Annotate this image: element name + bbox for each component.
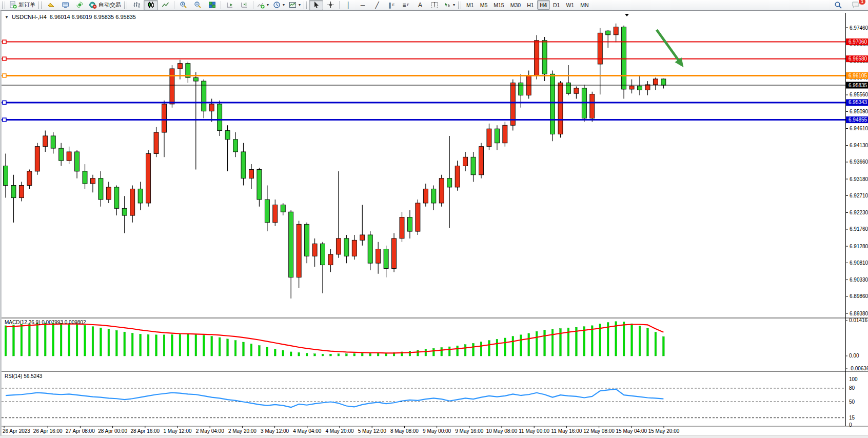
horizontal-line-6.97060[interactable]: [2, 40, 845, 44]
bar-chart-mode-button[interactable]: [129, 0, 144, 10]
svg-text:15: 15: [849, 415, 855, 421]
text-label-tool-button[interactable]: T: [427, 0, 442, 10]
rsi-indicator-label: RSI(14) 56.5243: [5, 373, 42, 379]
svg-text:6.93660: 6.93660: [850, 159, 868, 165]
strategy-tester-button[interactable]: [72, 0, 87, 10]
trendline-tool-button[interactable]: ╱: [370, 0, 384, 10]
period-button-m15[interactable]: M15: [490, 0, 507, 10]
price-axis[interactable]: 6.974606.969906.965106.960406.955606.950…: [845, 25, 868, 316]
chart-ohlc-readout: 6.96014 6.96019 6.95835 6.95835: [50, 14, 136, 20]
toolbar-grip: [304, 2, 307, 9]
macd-signal-line: [6, 324, 663, 353]
crosshair-icon: [327, 1, 334, 9]
period-button-w1[interactable]: W1: [563, 0, 577, 10]
zoom-out-icon: [194, 1, 202, 9]
candlestick-icon: [147, 1, 155, 9]
zoom-out-button[interactable]: [190, 0, 205, 10]
vertical-line-tool-button[interactable]: │: [341, 0, 356, 10]
indicators-button[interactable]: ▾: [255, 0, 271, 10]
svg-text:26 Apr 16:00: 26 Apr 16:00: [33, 428, 63, 434]
period-button-m1[interactable]: M1: [463, 0, 477, 10]
terminal-button[interactable]: [58, 0, 72, 10]
autotrading-label: 自动交易: [98, 1, 121, 9]
horizontal-line-6.96105[interactable]: [2, 74, 845, 77]
toolbar-grip: [38, 2, 42, 9]
time-axis[interactable]: 26 Apr 202326 Apr 16:0027 Apr 08:0028 Ap…: [3, 426, 680, 434]
horizontal-line-icon: ─: [361, 2, 365, 8]
svg-text:6.96580: 6.96580: [849, 56, 867, 62]
svg-text:6.95560: 6.95560: [850, 92, 868, 97]
horizontal-line-6.95343[interactable]: [2, 101, 845, 104]
macd-axis[interactable]: 0.0141670.00-0.006363: [845, 317, 868, 371]
cursor-tool-button[interactable]: [309, 0, 323, 10]
chart-shift-marker[interactable]: [625, 14, 629, 16]
search-button[interactable]: [831, 0, 845, 10]
rsi-axis[interactable]: 1008050150: [849, 376, 858, 428]
horizontal-line-tool-button[interactable]: ─: [356, 0, 370, 10]
svg-text:6.95343: 6.95343: [849, 99, 867, 105]
chart-shift-icon: [241, 1, 248, 9]
rsi-line: [6, 389, 663, 408]
chart-symbol-label: USDCNH-,H4: [12, 14, 47, 20]
community-chat-button[interactable]: 1: [849, 0, 863, 10]
new-order-button[interactable]: 新订单: [7, 0, 37, 10]
arrow-objects-icon: [444, 2, 451, 9]
price-badge-6.96105: 6.96105: [846, 72, 868, 79]
period-button-m5[interactable]: M5: [477, 0, 491, 10]
period-button-h4[interactable]: H4: [537, 0, 550, 10]
market-watch-button[interactable]: [44, 0, 58, 10]
arrows-tool-button[interactable]: ▾: [442, 0, 457, 10]
periods-button[interactable]: ▾: [271, 0, 287, 10]
autotrading-button[interactable]: 自动交易: [87, 0, 123, 10]
price-badge-6.96580: 6.96580: [846, 55, 868, 62]
trendline-icon: ╱: [375, 2, 379, 8]
cursor-icon: [312, 1, 320, 9]
svg-text:12 May 08:00: 12 May 08:00: [583, 428, 615, 434]
period-button-h1[interactable]: H1: [524, 0, 537, 10]
channel-sub-label: E: [392, 3, 395, 7]
svg-text:6.90810: 6.90810: [850, 260, 868, 266]
horizontal-line-6.96580[interactable]: [2, 57, 845, 61]
rsi-level-lines: [2, 388, 845, 418]
strategy-tester-icon: [76, 1, 84, 9]
line-drag-handle: [3, 101, 6, 104]
svg-text:6.93180: 6.93180: [850, 176, 868, 182]
svg-text:6.92710: 6.92710: [850, 193, 868, 198]
templates-button[interactable]: ▾: [287, 0, 303, 10]
svg-text:15 May 20:00: 15 May 20:00: [648, 428, 680, 434]
svg-text:5 May 12:00: 5 May 12:00: [358, 428, 386, 434]
toolbar-separator: [174, 1, 174, 9]
fibonacci-tool-button[interactable]: ≡F: [399, 0, 413, 10]
chart-shift-button[interactable]: [237, 0, 251, 10]
horizontal-line-6.94855[interactable]: [2, 118, 845, 122]
collapse-indicators-icon[interactable]: ▼: [5, 15, 9, 19]
dropdown-icon: ▾: [299, 3, 301, 7]
line-chart-mode-button[interactable]: [158, 0, 172, 10]
auto-scroll-button[interactable]: [223, 0, 237, 10]
svg-text:4 May 20:00: 4 May 20:00: [325, 428, 353, 434]
toolbar-grip: [458, 2, 461, 9]
price-chart-canvas[interactable]: 6.974606.969906.965106.960406.955606.950…: [2, 11, 868, 436]
candlestick-mode-button[interactable]: [144, 0, 158, 10]
svg-text:0.014167: 0.014167: [849, 317, 868, 323]
toolbar-grip[interactable]: [2, 2, 5, 9]
zoom-in-button[interactable]: [176, 0, 190, 10]
tile-windows-button[interactable]: [205, 0, 219, 10]
text-tool-button[interactable]: A: [413, 0, 427, 10]
line-drag-handle: [3, 118, 6, 122]
period-button-d1[interactable]: D1: [550, 0, 563, 10]
svg-text:6.95835: 6.95835: [849, 83, 867, 88]
period-button-m30[interactable]: M30: [507, 0, 524, 10]
trend-arrow-annotation[interactable]: [657, 30, 683, 67]
fibonacci-icon: ≡: [402, 2, 406, 8]
chart-window[interactable]: ▼ USDCNH-,H4 6.96014 6.96019 6.95835 6.9…: [0, 10, 868, 436]
svg-text:50: 50: [849, 399, 855, 405]
crosshair-tool-button[interactable]: [323, 0, 338, 10]
terminal-icon: [62, 1, 69, 9]
svg-text:6.96105: 6.96105: [849, 73, 867, 78]
svg-text:-0.006363: -0.006363: [849, 366, 868, 371]
svg-text:0.00: 0.00: [849, 353, 859, 359]
period-button-mn[interactable]: MN: [577, 0, 591, 10]
line-drag-handle: [3, 57, 6, 61]
channel-tool-button[interactable]: ∥E: [384, 0, 399, 10]
